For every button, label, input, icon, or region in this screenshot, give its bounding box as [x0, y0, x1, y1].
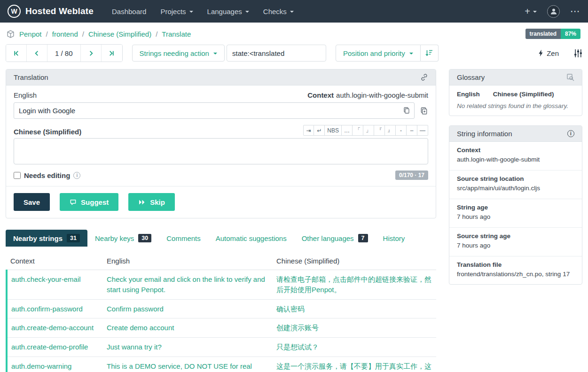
- breadcrumb-link[interactable]: Translate: [162, 30, 191, 38]
- string-info-item: Source string age 7 hours ago: [449, 228, 582, 256]
- special-char-button[interactable]: 』: [385, 125, 396, 136]
- nearby-target-link[interactable]: 只是想试试？: [276, 343, 319, 351]
- string-info-title: String information: [457, 130, 512, 138]
- nearby-context-link[interactable]: auth.demo-warning: [11, 362, 71, 370]
- page-position: 1 / 80: [47, 45, 81, 62]
- char-counter-badge: 0/170 · 17: [395, 170, 428, 180]
- weblate-logo-icon: W: [8, 5, 21, 18]
- special-char-button[interactable]: 」: [363, 125, 374, 136]
- nav-item[interactable]: Projects: [153, 4, 200, 19]
- nearby-target-link[interactable]: 确认密码: [276, 305, 305, 313]
- permalink-icon[interactable]: [420, 73, 428, 81]
- comment-bubble-icon: [70, 199, 77, 206]
- tab[interactable]: Automatic suggestions: [208, 230, 294, 247]
- settings-sliders-icon[interactable]: [574, 49, 582, 57]
- tab[interactable]: Nearby keys 30: [87, 230, 159, 247]
- filter-dropdown[interactable]: Strings needing action: [132, 45, 225, 62]
- table-row: auth.create-demo-profile Just wanna try …: [7, 338, 436, 357]
- toolbar-right: Zen: [538, 49, 582, 57]
- nav-item[interactable]: Languages: [200, 4, 256, 19]
- save-button[interactable]: Save: [14, 193, 50, 211]
- breadcrumb: Penpot / frontend / Chinese (Simplified)…: [7, 30, 191, 38]
- nearby-source-link[interactable]: Check your email and click on the link t…: [107, 275, 265, 294]
- string-info-item: Context auth.login-with-google-submit: [449, 142, 582, 170]
- copy-source-icon[interactable]: [403, 107, 410, 114]
- source-string-field[interactable]: [14, 102, 415, 119]
- needs-editing-checkbox[interactable]: [14, 172, 21, 179]
- breadcrumb-separator: /: [156, 30, 157, 38]
- navbar-right: + ⋯: [525, 5, 580, 18]
- special-char-button[interactable]: ↵: [314, 125, 325, 136]
- special-char-button[interactable]: ⇥: [303, 125, 314, 136]
- glossary-columns: English Chinese (Simplified): [449, 85, 582, 99]
- browse-glossary-icon[interactable]: [567, 74, 574, 81]
- breadcrumb-link[interactable]: Penpot: [19, 30, 42, 38]
- special-char-button[interactable]: …: [342, 125, 353, 136]
- translation-textarea[interactable]: [14, 138, 428, 164]
- tab[interactable]: Other languages 7: [294, 230, 376, 247]
- special-char-button[interactable]: -: [396, 125, 407, 136]
- column-header-context: Context: [7, 252, 103, 270]
- tab[interactable]: Nearby strings 31: [6, 230, 87, 247]
- tab[interactable]: Comments: [159, 230, 208, 247]
- nearby-source-link[interactable]: Just wanna try it?: [107, 343, 162, 351]
- nav-item[interactable]: Checks: [256, 4, 301, 19]
- chevron-down-icon: [245, 11, 249, 13]
- special-char-button[interactable]: –: [407, 125, 417, 136]
- info-icon[interactable]: [73, 172, 80, 179]
- first-page-button[interactable]: [6, 45, 27, 62]
- breadcrumb-link[interactable]: frontend: [52, 30, 78, 38]
- user-menu-button[interactable]: [547, 5, 560, 18]
- chevron-down-icon: [189, 11, 193, 13]
- breadcrumb-link[interactable]: Chinese (Simplified): [88, 30, 151, 38]
- column-header-english: English: [103, 252, 273, 270]
- tab-count-badge: 7: [358, 234, 368, 242]
- weblate-brand[interactable]: W Hosted Weblate: [8, 5, 94, 18]
- translate-toolbar: 1 / 80 Strings needing action Position a…: [0, 44, 588, 62]
- skip-button[interactable]: Skip: [128, 193, 175, 211]
- next-page-button[interactable]: [81, 45, 102, 62]
- string-info-card: String information Context auth.login-wi…: [449, 125, 582, 285]
- prev-page-button[interactable]: [27, 45, 47, 62]
- nearby-context-link[interactable]: auth.create-demo-profile: [11, 343, 88, 351]
- breadcrumb-separator: /: [46, 30, 48, 38]
- nav-item[interactable]: Dashboard: [105, 4, 153, 19]
- nearby-source-link[interactable]: This is a DEMO service, DO NOT USE for r…: [107, 362, 252, 372]
- avatar: [547, 5, 560, 18]
- nearby-context-link[interactable]: auth.check-your-email: [11, 275, 81, 283]
- nearby-source-link[interactable]: Confirm password: [107, 305, 164, 313]
- add-menu-button[interactable]: +: [525, 6, 537, 17]
- nearby-target-link[interactable]: 这是一个演示服务，请【不要】用于真实工作，这些项目将被周期性地抹除。: [276, 362, 431, 372]
- breadcrumb-items: Penpot / frontend / Chinese (Simplified)…: [19, 30, 191, 38]
- zen-mode-button[interactable]: Zen: [538, 49, 559, 57]
- special-char-button[interactable]: NBS: [325, 125, 342, 136]
- sort-dropdown[interactable]: Position and priority: [336, 45, 421, 62]
- special-char-button[interactable]: 『: [374, 125, 385, 136]
- special-char-button[interactable]: 「: [353, 125, 363, 136]
- tab[interactable]: History: [376, 230, 413, 247]
- nearby-target-link[interactable]: 请检查电子邮箱，点击邮件中的超链接来验证，然后开始使用Penpot。: [276, 275, 431, 294]
- target-language-label: Chinese (Simplified): [14, 128, 81, 136]
- last-page-button[interactable]: [102, 45, 122, 62]
- nearby-context-link[interactable]: auth.create-demo-account: [11, 324, 94, 332]
- clone-to-translation-icon[interactable]: [420, 107, 428, 115]
- string-info-item: String age 7 hours ago: [449, 199, 582, 228]
- nearby-context-link[interactable]: auth.confirm-password: [11, 305, 83, 313]
- table-row: auth.confirm-password Confirm password 确…: [7, 299, 436, 318]
- nearby-target-link[interactable]: 创建演示账号: [276, 324, 319, 332]
- search-input[interactable]: [227, 45, 326, 62]
- special-char-button[interactable]: —: [417, 125, 428, 136]
- sort-direction-button[interactable]: [421, 45, 439, 62]
- brand-name: Hosted Weblate: [25, 6, 94, 16]
- overflow-menu-button[interactable]: ⋯: [570, 6, 580, 17]
- table-row: auth.check-your-email Check your email a…: [7, 270, 436, 300]
- nearby-source-link[interactable]: Create demo account: [107, 324, 174, 332]
- suggest-button[interactable]: Suggest: [60, 193, 118, 211]
- table-row: auth.demo-warning This is a DEMO service…: [7, 356, 436, 372]
- translation-card: Translation English Contextauth.login-wi…: [6, 69, 436, 218]
- table-row: auth.create-demo-account Create demo acc…: [7, 318, 436, 338]
- translated-progress-badge[interactable]: translated 87%: [525, 29, 580, 39]
- pagination: 1 / 80: [6, 44, 123, 62]
- info-icon[interactable]: [567, 130, 574, 137]
- double-chevron-right-icon: [138, 199, 146, 205]
